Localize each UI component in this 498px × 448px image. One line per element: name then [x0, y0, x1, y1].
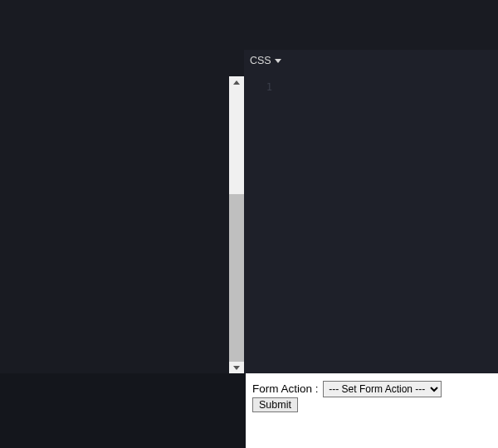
scrollbar-arrow-down[interactable]	[229, 362, 244, 373]
vertical-scrollbar[interactable]	[229, 76, 244, 373]
editor-tab-css[interactable]: CSS	[250, 55, 281, 66]
form-action-select[interactable]: --- Set Form Action ---	[323, 381, 442, 397]
bottom-left-pane	[0, 373, 246, 448]
scrollbar-track-top[interactable]	[229, 88, 244, 194]
chevron-down-icon	[233, 366, 240, 370]
editor-tab-label: CSS	[250, 55, 271, 66]
scrollbar-arrow-up[interactable]	[229, 76, 244, 88]
scrollbar-thumb[interactable]	[229, 194, 244, 244]
triangle-down-icon	[275, 59, 281, 63]
chevron-up-icon	[233, 80, 240, 85]
bottom-area: Form Action : --- Set Form Action --- Su…	[0, 373, 498, 448]
scrollbar-track-bottom[interactable]	[229, 244, 244, 362]
form-action-label: Form Action :	[252, 382, 319, 395]
output-pane: Form Action : --- Set Form Action --- Su…	[246, 373, 498, 448]
submit-button[interactable]: Submit	[252, 397, 298, 412]
code-editor[interactable]: 1	[244, 76, 498, 373]
main-area: CSS 1	[0, 50, 498, 373]
line-number: 1	[244, 81, 277, 93]
top-bar	[0, 0, 498, 50]
editor-pane: CSS 1	[244, 50, 498, 373]
left-pane	[0, 50, 229, 373]
